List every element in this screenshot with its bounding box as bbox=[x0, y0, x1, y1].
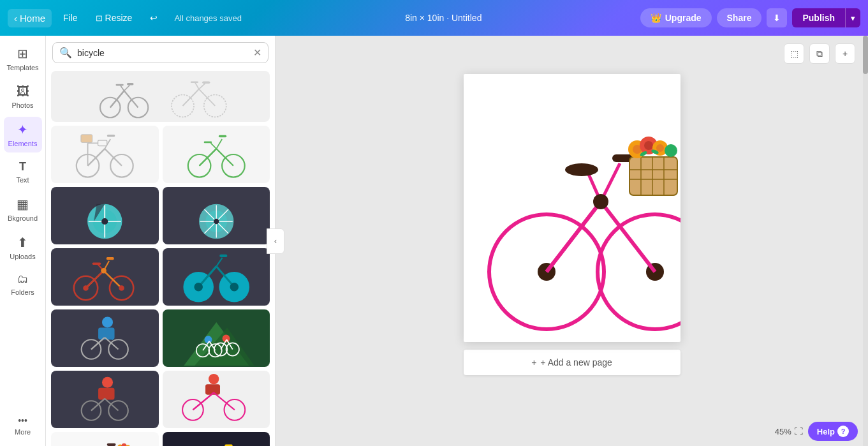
help-icon: ? bbox=[837, 426, 849, 437]
topbar: ‹ Home File ⊡ Resize ↩ All changes saved… bbox=[0, 0, 868, 36]
search-results-grid bbox=[46, 68, 275, 446]
undo-button[interactable]: ↩ bbox=[143, 9, 164, 27]
zoom-expand-button[interactable]: ⛶ bbox=[794, 426, 803, 436]
zoom-control: 45% ⛶ bbox=[775, 426, 803, 436]
canvas-page-inner bbox=[464, 74, 680, 342]
list-item[interactable] bbox=[51, 309, 159, 367]
list-item[interactable] bbox=[163, 371, 270, 428]
svg-rect-37 bbox=[203, 142, 211, 144]
main-layout: ⊞ Templates 🖼 Photos ✦ Elements T Text ▦… bbox=[0, 36, 868, 446]
background-icon: ▦ bbox=[17, 197, 29, 212]
sidebar-item-elements[interactable]: ✦ Elements bbox=[4, 117, 42, 152]
list-item[interactable] bbox=[163, 187, 270, 244]
sidebar-item-templates[interactable]: ⊞ Templates bbox=[4, 41, 42, 77]
resize-icon: ⊡ bbox=[96, 13, 103, 23]
svg-line-32 bbox=[216, 149, 233, 166]
download-icon: ⬇ bbox=[773, 13, 781, 23]
list-item[interactable] bbox=[51, 371, 159, 428]
svg-point-122 bbox=[121, 443, 127, 446]
canvas-page[interactable] bbox=[464, 74, 680, 342]
svg-rect-73 bbox=[98, 327, 115, 339]
resize-button[interactable]: ⊡ Resize bbox=[89, 9, 139, 27]
upgrade-label: Upgrade bbox=[665, 13, 702, 23]
file-button[interactable]: File bbox=[57, 9, 84, 27]
uploads-icon: ⬆ bbox=[17, 235, 28, 250]
svg-rect-6 bbox=[127, 83, 134, 85]
share-label: Share bbox=[727, 13, 752, 23]
svg-line-22 bbox=[88, 149, 105, 166]
download-button[interactable]: ⬇ bbox=[767, 8, 787, 27]
elements-label: Elements bbox=[8, 140, 38, 147]
svg-point-136 bbox=[598, 214, 680, 329]
svg-line-4 bbox=[110, 91, 124, 107]
svg-rect-146 bbox=[629, 157, 677, 195]
svg-line-33 bbox=[199, 149, 216, 166]
help-label: Help bbox=[817, 427, 835, 436]
svg-line-7 bbox=[121, 85, 124, 91]
help-button[interactable]: Help ? bbox=[808, 422, 858, 441]
vertical-scrollbar[interactable] bbox=[863, 36, 868, 446]
frame-tool-button[interactable]: ⬚ bbox=[784, 43, 804, 64]
svg-rect-57 bbox=[107, 257, 114, 260]
templates-label: Templates bbox=[6, 64, 38, 71]
svg-line-55 bbox=[86, 271, 104, 288]
list-item[interactable] bbox=[51, 248, 159, 306]
add-page-button[interactable]: + + Add a new page bbox=[464, 350, 680, 375]
list-item[interactable] bbox=[51, 432, 159, 446]
sidebar-item-background[interactable]: ▦ Bkground bbox=[4, 191, 42, 227]
saved-status: All changes saved bbox=[174, 13, 242, 23]
elements-icon: ✦ bbox=[17, 122, 28, 137]
home-button[interactable]: ‹ Home bbox=[8, 9, 52, 27]
list-item[interactable] bbox=[51, 126, 159, 183]
templates-icon: ⊞ bbox=[17, 46, 28, 61]
chevron-left-icon: ‹ bbox=[14, 13, 17, 24]
frame-icon: ⬚ bbox=[790, 48, 798, 59]
svg-line-36 bbox=[210, 143, 216, 149]
duplicate-tool-button[interactable]: ⧉ bbox=[809, 43, 830, 64]
background-label: Bkground bbox=[8, 214, 38, 222]
sidebar-item-photos[interactable]: 🖼 Photos bbox=[4, 79, 42, 114]
search-bar: 🔍 ✕ bbox=[52, 42, 268, 63]
photos-label: Photos bbox=[11, 101, 33, 109]
publish-button[interactable]: Publish bbox=[792, 8, 845, 27]
publish-button-group: Publish ▾ bbox=[792, 8, 860, 27]
svg-point-145 bbox=[593, 194, 608, 209]
folders-label: Folders bbox=[11, 288, 34, 296]
more-icon: ••• bbox=[18, 415, 27, 426]
clear-search-button[interactable]: ✕ bbox=[253, 47, 261, 59]
publish-dropdown-button[interactable]: ▾ bbox=[845, 8, 860, 27]
svg-line-3 bbox=[124, 91, 138, 107]
list-item[interactable] bbox=[163, 248, 270, 306]
upgrade-button[interactable]: 👑 Upgrade bbox=[640, 8, 712, 27]
elements-panel: 🔍 ✕ bbox=[46, 36, 276, 446]
share-button[interactable]: Share bbox=[717, 8, 762, 27]
more-label: More bbox=[15, 428, 31, 436]
svg-rect-113 bbox=[107, 443, 116, 445]
panel-hide-toggle[interactable]: ‹ bbox=[267, 228, 284, 254]
crown-icon: 👑 bbox=[651, 13, 661, 23]
svg-line-5 bbox=[124, 85, 130, 91]
search-input[interactable] bbox=[77, 48, 248, 58]
svg-line-16 bbox=[195, 82, 199, 89]
svg-rect-69 bbox=[219, 254, 227, 256]
svg-point-71 bbox=[230, 283, 239, 292]
list-item[interactable] bbox=[51, 71, 270, 122]
svg-point-144 bbox=[565, 163, 598, 176]
list-item[interactable] bbox=[163, 126, 270, 183]
sidebar-item-uploads[interactable]: ⬆ Uploads bbox=[4, 230, 42, 265]
sidebar-item-more[interactable]: ••• More bbox=[4, 410, 42, 441]
svg-rect-15 bbox=[202, 81, 210, 84]
svg-line-12 bbox=[199, 89, 215, 106]
list-item[interactable] bbox=[163, 309, 270, 367]
svg-rect-35 bbox=[218, 135, 226, 138]
svg-point-61 bbox=[83, 285, 89, 291]
add-tool-button[interactable]: + bbox=[835, 43, 855, 64]
list-item[interactable] bbox=[51, 187, 159, 244]
sidebar-item-text[interactable]: T Text bbox=[4, 155, 42, 189]
text-icon: T bbox=[19, 160, 26, 174]
sidebar-item-folders[interactable]: 🗂 Folders bbox=[4, 268, 42, 301]
svg-point-155 bbox=[644, 141, 653, 150]
list-item[interactable] bbox=[163, 432, 270, 446]
svg-line-68 bbox=[216, 257, 222, 266]
text-label: Text bbox=[16, 176, 29, 184]
